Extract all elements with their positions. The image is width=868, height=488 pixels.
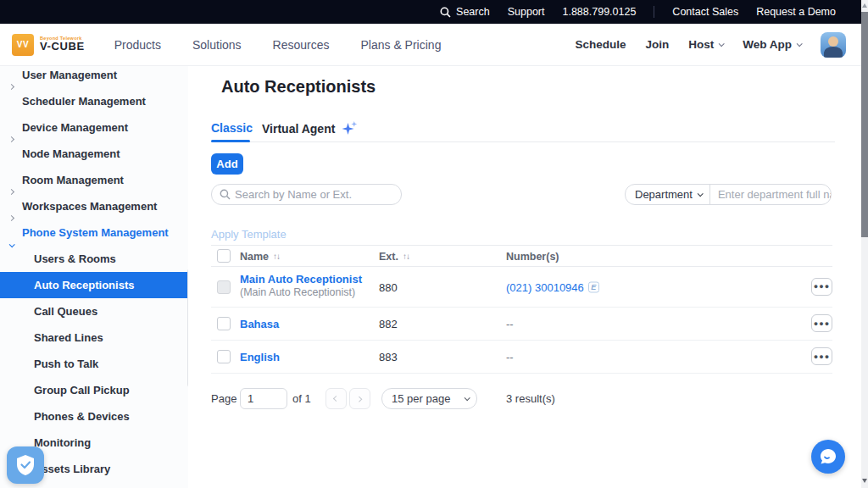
sidebar-item-room-management[interactable]: Room Management <box>0 167 188 193</box>
row-actions-button[interactable]: ●●● <box>811 347 832 365</box>
host-dropdown[interactable]: Host <box>688 38 723 51</box>
sidebar-item-phone-system-management[interactable]: Phone System Management <box>0 219 188 246</box>
row-actions-button[interactable]: ●●● <box>811 314 832 332</box>
page-title: Auto Receptionists <box>221 77 376 97</box>
search-input[interactable] <box>235 186 396 203</box>
row-checkbox <box>217 280 231 294</box>
receptionist-name-link[interactable]: Main Auto Receptionist <box>240 273 362 286</box>
sidebar-item-users-rooms[interactable]: Users & Rooms <box>0 246 188 272</box>
column-header-numbers: Number(s) <box>506 246 559 268</box>
join-button[interactable]: Join <box>645 38 669 51</box>
privacy-shield-button[interactable] <box>7 446 44 484</box>
phone-number-link[interactable]: (021) 30010946 E <box>506 280 599 293</box>
topbar-contact-sales-link[interactable]: Contact Sales <box>672 6 738 18</box>
tab-virtual-agent[interactable]: Virtual Agent <box>262 121 358 136</box>
row-checkbox[interactable] <box>217 317 231 330</box>
nav-link-solutions[interactable]: Solutions <box>192 38 242 52</box>
sidebar-item-phones-devices[interactable]: Phones & Devices <box>0 403 188 430</box>
scrollbar-thumb[interactable] <box>861 12 868 237</box>
topbar-request-demo-link[interactable]: Request a Demo <box>756 6 836 18</box>
shield-check-icon <box>15 454 36 476</box>
search-icon <box>220 189 231 200</box>
department-dropdown[interactable]: Department <box>626 185 709 204</box>
table-row: English 883 -- ●●● <box>211 341 832 374</box>
page-number-input[interactable] <box>240 388 287 409</box>
vcube-logo-cube-icon: VV <box>12 34 34 56</box>
results-count: 3 result(s) <box>506 392 555 405</box>
extension-value: 882 <box>379 318 398 330</box>
main-navbar: VV Beyond Telework V-CUBE Products Solut… <box>0 24 868 66</box>
schedule-button[interactable]: Schedule <box>575 38 626 51</box>
scroll-up-arrow[interactable] <box>862 3 867 8</box>
topbar-search[interactable]: Search <box>440 6 490 18</box>
next-page-button[interactable] <box>349 388 370 409</box>
sidebar-item-shared-lines[interactable]: Shared Lines <box>0 324 188 351</box>
column-header-ext: Ext. <box>379 246 398 268</box>
apply-template-link[interactable]: Apply Template <box>211 228 287 241</box>
chevron-down-icon <box>797 41 803 47</box>
admin-sidebar: User Management Scheduler Management Dev… <box>0 66 188 488</box>
phone-number-empty: -- <box>506 351 514 363</box>
extension-value: 883 <box>379 351 398 363</box>
auto-receptionists-panel: Auto Receptionists Classic Virtual Agent… <box>188 66 861 488</box>
utility-topbar: Search Support 1.888.799.0125 Contact Sa… <box>0 0 868 24</box>
table-row: Main Auto Receptionist (Main Auto Recept… <box>211 267 832 308</box>
sidebar-item-user-management[interactable]: User Management <box>0 62 188 88</box>
page-scrollbar[interactable] <box>861 0 868 488</box>
receptionist-subtitle: (Main Auto Receptionist) <box>240 286 355 298</box>
receptionist-name-link[interactable]: English <box>240 351 280 363</box>
nav-link-resources[interactable]: Resources <box>273 38 330 52</box>
topbar-search-label: Search <box>456 6 490 18</box>
topbar-phone-number[interactable]: 1.888.799.0125 <box>562 6 636 18</box>
department-filter: Department <box>625 184 832 205</box>
row-checkbox[interactable] <box>217 350 231 363</box>
sidebar-item-auto-receptionists[interactable]: Auto Receptionists <box>0 272 188 298</box>
logo-name: V-CUBE <box>40 41 85 53</box>
page-label: Page <box>211 392 236 405</box>
tabs-divider <box>211 141 835 142</box>
extension-value: 880 <box>379 280 398 293</box>
search-icon <box>440 7 451 18</box>
sparkle-icon <box>342 121 358 136</box>
v-cube-admin-page: Search Support 1.888.799.0125 Contact Sa… <box>0 0 868 488</box>
primary-nav-links: Products Solutions Resources Plans & Pri… <box>114 38 442 52</box>
chevron-down-icon <box>719 41 725 47</box>
receptionist-name-link[interactable]: Bahasa <box>240 318 279 330</box>
scroll-down-arrow[interactable] <box>862 479 867 483</box>
chat-support-button[interactable] <box>811 440 845 474</box>
nav-actions: Schedule Join Host Web App <box>575 32 868 58</box>
sidebar-item-group-call-pickup[interactable]: Group Call Pickup <box>0 377 188 403</box>
add-button[interactable]: Add <box>211 153 243 175</box>
row-actions-button[interactable]: ●●● <box>811 278 832 296</box>
user-avatar[interactable] <box>821 32 846 58</box>
nav-link-plans-pricing[interactable]: Plans & Pricing <box>360 38 441 52</box>
per-page-select[interactable]: 15 per page <box>381 388 477 409</box>
page-count-label: of 1 <box>292 392 311 405</box>
sidebar-item-node-management[interactable]: Node Management <box>0 141 188 167</box>
department-name-input[interactable] <box>710 188 831 201</box>
select-all-checkbox[interactable] <box>217 249 231 263</box>
tab-classic[interactable]: Classic <box>211 121 253 135</box>
external-number-badge: E <box>588 281 599 292</box>
sidebar-item-call-queues[interactable]: Call Queues <box>0 298 188 324</box>
chevron-down-icon <box>465 395 470 401</box>
sidebar-item-push-to-talk[interactable]: Push to Talk <box>0 351 188 377</box>
search-box <box>211 184 402 205</box>
sidebar-item-scheduler-management[interactable]: Scheduler Management <box>0 88 188 114</box>
active-tab-underline <box>211 140 250 142</box>
chat-bubble-icon <box>819 447 837 466</box>
chevron-down-icon <box>698 191 704 197</box>
column-header-name: Name <box>240 246 269 268</box>
previous-page-button[interactable] <box>326 388 347 409</box>
topbar-support-link[interactable]: Support <box>508 6 545 18</box>
vcube-logo[interactable]: VV Beyond Telework V-CUBE <box>12 34 85 56</box>
sidebar-item-device-management[interactable]: Device Management <box>0 114 188 141</box>
nav-link-products[interactable]: Products <box>114 38 161 52</box>
sidebar-item-workspaces-management[interactable]: Workspaces Management <box>0 193 188 219</box>
table-header: Name ↑↓ Ext. ↑↓ Number(s) <box>211 245 832 267</box>
topbar-divider <box>654 6 654 18</box>
table-row: Bahasa 882 -- ●●● <box>211 308 832 341</box>
sort-icon[interactable]: ↑↓ <box>403 246 409 268</box>
web-app-dropdown[interactable]: Web App <box>743 38 801 51</box>
sort-icon[interactable]: ↑↓ <box>273 246 280 268</box>
